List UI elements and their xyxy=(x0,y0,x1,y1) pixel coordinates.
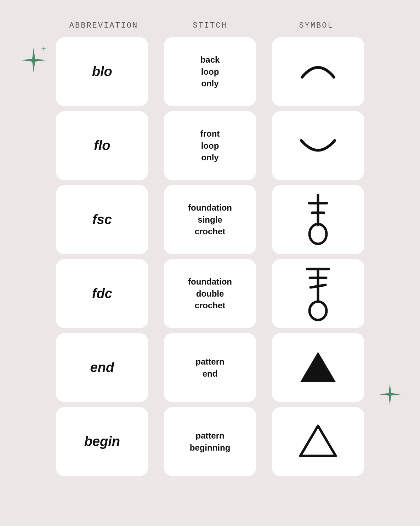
table-row: blo backlooponly xyxy=(51,37,369,106)
abbr-flo: flo xyxy=(56,111,148,180)
svg-marker-2 xyxy=(379,383,401,405)
header-stitch: STITCH xyxy=(164,21,256,30)
table-header: ABBREVIATION STITCH SYMBOL xyxy=(51,21,369,30)
symbol-fdc xyxy=(272,259,364,328)
svg-point-11 xyxy=(310,302,327,320)
sparkle-decoration-br xyxy=(378,382,402,409)
abbr-fdc: fdc xyxy=(56,259,148,328)
stitch-begin: patternbeginning xyxy=(164,407,256,476)
stitch-fdc: foundationdoublecrochet xyxy=(164,259,256,328)
svg-point-6 xyxy=(310,224,327,244)
abbr-blo: blo xyxy=(56,37,148,106)
sparkle-decoration-tl xyxy=(19,46,48,77)
abbr-end: end xyxy=(56,333,148,402)
svg-marker-12 xyxy=(300,352,336,382)
table-row: flo frontlooponly xyxy=(51,111,369,180)
symbol-blo xyxy=(272,37,364,106)
stitch-fsc: foundationsinglecrochet xyxy=(164,185,256,254)
symbol-fsc xyxy=(272,185,364,254)
abbr-begin: begin xyxy=(56,407,148,476)
svg-marker-13 xyxy=(300,426,336,456)
table-row: fsc foundationsinglecrochet xyxy=(51,185,369,254)
stitch-blo: backlooponly xyxy=(164,37,256,106)
table-row: end patternend xyxy=(51,333,369,402)
abbr-fsc: fsc xyxy=(56,185,148,254)
symbol-flo xyxy=(272,111,364,180)
header-symbol: SYMBOL xyxy=(270,21,362,30)
table-row: fdc foundationdoublecrochet xyxy=(51,259,369,328)
symbol-end xyxy=(272,333,364,402)
stitch-flo: frontlooponly xyxy=(164,111,256,180)
stitch-end: patternend xyxy=(164,333,256,402)
symbol-begin xyxy=(272,407,364,476)
header-abbreviation: ABBREVIATION xyxy=(58,21,150,30)
svg-marker-1 xyxy=(41,46,46,51)
svg-marker-0 xyxy=(21,48,46,73)
table-row: begin patternbeginning xyxy=(51,407,369,476)
svg-line-10 xyxy=(311,285,325,287)
stitch-table: blo backlooponly flo frontlooponly fsc f… xyxy=(51,37,369,476)
